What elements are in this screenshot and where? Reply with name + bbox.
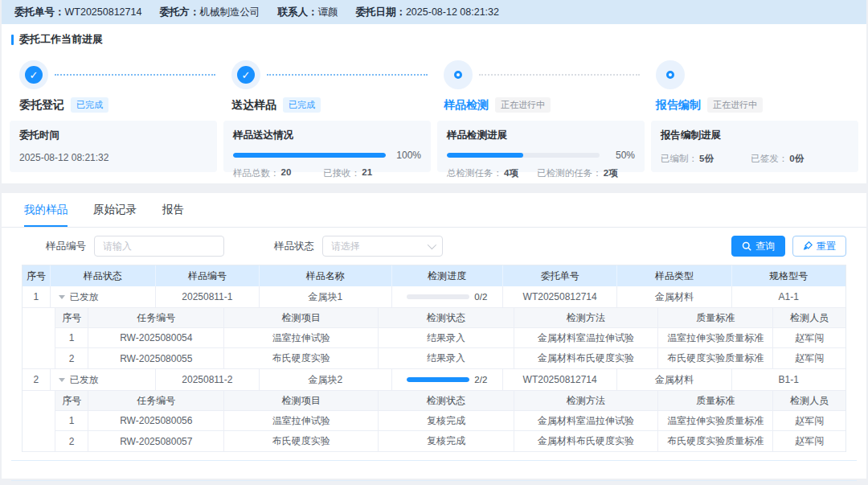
task-cell: 温室拉伸试验 bbox=[224, 411, 379, 430]
step-name: 样品检测 bbox=[444, 98, 489, 113]
stat-value: 5份 bbox=[699, 153, 714, 165]
sample-status-cell: 已发放 bbox=[51, 369, 156, 390]
order-no-cell: WT20250812714 bbox=[503, 369, 617, 390]
task-table-wrapper: 序号任务编号检测项目检测状态检测方法质量标准检测人员1RW-2025080056… bbox=[23, 391, 845, 452]
step-circle bbox=[656, 60, 685, 89]
tab-reports[interactable]: 报告 bbox=[162, 193, 184, 227]
row-progress-track bbox=[407, 294, 469, 299]
sample-col-header: 样品类型 bbox=[617, 265, 731, 286]
check-icon: ✓ bbox=[237, 66, 255, 84]
stat-label: 总检测任务： bbox=[447, 167, 502, 179]
row-progress-track bbox=[407, 377, 469, 382]
task-cell: 金属材料布氏硬度实验 bbox=[514, 431, 658, 451]
stat-value: 0份 bbox=[789, 153, 804, 165]
task-col-header: 检测人员 bbox=[773, 308, 845, 327]
sample-progress-cell: 2/2 bbox=[392, 369, 503, 390]
sample-index-cell: 1 bbox=[23, 286, 51, 307]
select-placeholder: 请选择 bbox=[331, 240, 360, 253]
progress-track bbox=[233, 153, 386, 158]
chevron-down-icon bbox=[428, 240, 436, 249]
tab-my-samples[interactable]: 我的样品 bbox=[24, 193, 68, 227]
commission-time-card: 委托时间 2025-08-12 08:21:32 bbox=[10, 121, 217, 172]
sample-index-cell: 2 bbox=[23, 369, 51, 390]
task-col-header: 检测方法 bbox=[514, 391, 658, 410]
progress-fill bbox=[447, 153, 523, 158]
task-col-header: 序号 bbox=[55, 391, 88, 410]
table-footer bbox=[11, 460, 857, 481]
row-progress-label: 0/2 bbox=[474, 292, 487, 302]
step-connector bbox=[55, 74, 215, 76]
sample-col-header: 样品名称 bbox=[260, 265, 392, 286]
step-cards: 委托时间 2025-08-12 08:21:32 样品送达情况 100% 样品总… bbox=[2, 121, 866, 172]
tab-bar: 我的样品 原始记录 报告 bbox=[2, 193, 866, 228]
task-table-header: 序号任务编号检测项目检测状态检测方法质量标准检测人员 bbox=[55, 308, 845, 328]
task-cell: 1 bbox=[55, 328, 88, 347]
stat-label: 已接收： bbox=[323, 167, 360, 179]
sample-no-input[interactable] bbox=[94, 236, 224, 257]
card-title: 报告编制进展 bbox=[661, 129, 849, 142]
contact-value: 谭颜 bbox=[317, 6, 338, 19]
step-connector bbox=[479, 74, 640, 76]
sample-row: 2已发放20250811-2金属块22/2WT20250812714金属材料B1… bbox=[23, 369, 845, 391]
progress-percent: 100% bbox=[392, 150, 421, 161]
stat-label: 已签发： bbox=[751, 153, 788, 165]
stat-value: 20 bbox=[281, 167, 292, 179]
order-no-cell: WT20250812714 bbox=[503, 286, 617, 307]
task-cell: 2 bbox=[55, 431, 88, 451]
reset-brush-icon bbox=[803, 241, 813, 251]
sample-status-text: 已发放 bbox=[70, 373, 99, 387]
task-col-header: 检测项目 bbox=[224, 308, 379, 327]
search-button[interactable]: 查询 bbox=[731, 236, 785, 257]
spec-cell: B1-1 bbox=[732, 369, 845, 390]
status-badge: 正在进行中 bbox=[495, 97, 551, 113]
spec-cell: A1-1 bbox=[732, 286, 845, 307]
task-col-header: 任务编号 bbox=[88, 308, 224, 327]
tab-original-records[interactable]: 原始记录 bbox=[93, 193, 137, 227]
sample-status-filter-label: 样品状态 bbox=[274, 240, 314, 253]
step-sample-testing: 样品检测 正在进行中 bbox=[434, 60, 646, 113]
sample-status-select[interactable]: 请选择 bbox=[322, 236, 443, 257]
sample-col-header: 样品状态 bbox=[51, 265, 156, 286]
task-cell: 温室拉伸实验质量标准 bbox=[658, 411, 774, 430]
sample-status-cell: 已发放 bbox=[51, 286, 156, 307]
task-table-header: 序号任务编号检测项目检测状态检测方法质量标准检测人员 bbox=[55, 391, 845, 411]
stat-value: 4项 bbox=[504, 167, 518, 179]
reset-button[interactable]: 重置 bbox=[792, 236, 846, 257]
step-sample-delivery: ✓ 送达样品 已完成 bbox=[222, 60, 434, 113]
step-name: 报告编制 bbox=[656, 98, 701, 113]
task-cell: 温室拉伸试验 bbox=[224, 328, 379, 347]
sample-table-body: 1已发放20250811-1金属块10/2WT20250812714金属材料A1… bbox=[23, 286, 845, 452]
contact-label: 联系人： bbox=[277, 6, 317, 19]
main-panel: 我的样品 原始记录 报告 样品编号 样品状态 请选择 查询 重置 bbox=[2, 193, 866, 479]
order-date-label: 委托日期： bbox=[355, 6, 406, 19]
ring-icon bbox=[454, 71, 462, 79]
task-cell: 赵军闯 bbox=[773, 431, 845, 451]
expand-caret-icon[interactable] bbox=[59, 378, 65, 382]
sample-col-header: 检测进度 bbox=[392, 265, 503, 286]
order-no-label: 委托单号： bbox=[14, 6, 65, 19]
task-cell: 赵军闯 bbox=[773, 348, 845, 368]
sample-col-header: 委托单号 bbox=[503, 265, 617, 286]
section-title: 委托工作当前进展 bbox=[2, 32, 866, 47]
card-title: 样品送达情况 bbox=[233, 129, 421, 142]
task-row: 1RW-2025080054温室拉伸试验结果录入金属材料室温拉伸试验温室拉伸实验… bbox=[55, 328, 845, 348]
task-col-header: 检测状态 bbox=[379, 391, 514, 410]
commission-time-value: 2025-08-12 08:21:32 bbox=[19, 152, 207, 163]
expand-caret-icon[interactable] bbox=[59, 295, 65, 299]
task-cell: 金属材料室温拉伸试验 bbox=[514, 328, 658, 347]
sample-delivery-card: 样品送达情况 100% 样品总数： 20 已接收： 21 bbox=[223, 121, 431, 172]
task-cell: RW-2025080054 bbox=[88, 328, 224, 347]
step-name: 送达样品 bbox=[231, 98, 276, 113]
stat-label: 已编制： bbox=[661, 153, 698, 165]
task-cell: 复核完成 bbox=[379, 411, 514, 430]
task-cell: 金属材料布氏硬度实验 bbox=[514, 348, 658, 368]
title-accent-bar bbox=[11, 35, 14, 45]
task-col-header: 质量标准 bbox=[658, 391, 774, 410]
sample-col-header: 规格型号 bbox=[732, 265, 845, 286]
sample-name-cell: 金属块2 bbox=[260, 369, 392, 390]
task-row: 2RW-2025080055布氏硬度实验结果录入金属材料布氏硬度实验布氏硬度实验… bbox=[55, 348, 845, 368]
task-col-header: 序号 bbox=[55, 308, 88, 327]
task-col-header: 质量标准 bbox=[658, 308, 774, 327]
progress-track bbox=[447, 153, 600, 158]
stepper: ✓ 委托登记 已完成 ✓ 送达样品 已完成 样品检测 bbox=[2, 60, 866, 113]
